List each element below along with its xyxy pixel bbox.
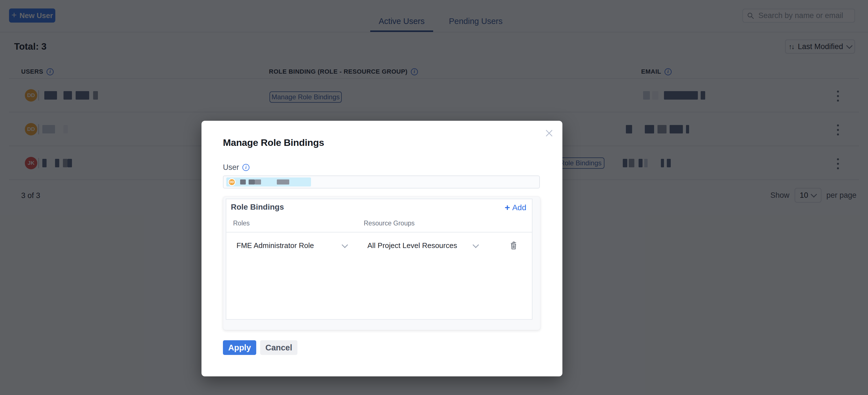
user-field-label: User	[223, 163, 249, 172]
resource-groups-column-header: Resource Groups	[364, 219, 414, 227]
role-select[interactable]: FME Administrator Role	[237, 238, 347, 253]
selected-user-chip[interactable]: DD	[226, 178, 311, 186]
role-select-value: FME Administrator Role	[237, 241, 314, 250]
role-bindings-card: Role Bindings + Add Roles Resource Group…	[223, 196, 540, 330]
apply-button[interactable]: Apply	[223, 340, 256, 355]
user-label-text: User	[223, 163, 239, 172]
chevron-down-icon	[342, 242, 348, 248]
resource-group-select[interactable]: All Project Level Resources	[367, 238, 478, 253]
info-icon[interactable]	[242, 164, 249, 171]
add-button-label: Add	[512, 203, 526, 212]
chevron-down-icon	[473, 242, 479, 248]
plus-icon: +	[504, 203, 510, 212]
resource-group-select-value: All Project Level Resources	[367, 241, 457, 250]
roles-column-header: Roles	[233, 219, 250, 227]
divider	[226, 232, 532, 233]
role-bindings-table: Role Bindings + Add Roles Resource Group…	[226, 199, 532, 320]
add-role-binding-button[interactable]: + Add	[504, 203, 526, 212]
redacted-user-name	[236, 179, 289, 184]
manage-role-bindings-modal: Manage Role Bindings User DD Role Bindin…	[202, 121, 562, 376]
role-bindings-heading: Role Bindings	[231, 203, 284, 212]
cancel-button[interactable]: Cancel	[260, 340, 298, 355]
modal-title: Manage Role Bindings	[223, 137, 324, 148]
avatar: DD	[228, 178, 236, 186]
delete-role-binding-button[interactable]	[508, 240, 519, 251]
close-icon[interactable]	[543, 127, 555, 140]
user-input[interactable]: DD	[223, 176, 540, 188]
